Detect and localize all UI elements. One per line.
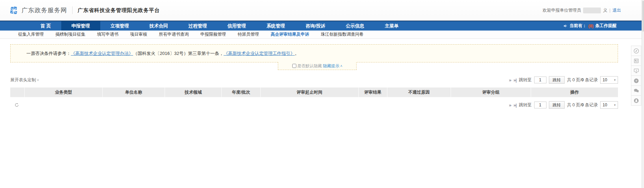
page-size-select[interactable]: 10 ▾ <box>600 76 618 84</box>
veto-notice-box: 一票否决条件请参考：《高新技术企业认定管理办法》（国科发火〔2016〕32号）第… <box>10 44 618 62</box>
chevron-down-icon: ▾ <box>614 103 616 107</box>
nav-item[interactable]: 系统管理 <box>256 21 295 31</box>
nav-item-label: 信用管理 <box>228 23 246 29</box>
subnav-item-label: 高企评审结果及申诉 <box>271 32 309 37</box>
column-label: 业务类型 <box>55 90 72 95</box>
subnav-item[interactable]: 揭榜制项目征集 <box>50 32 91 37</box>
table-column-header: 操作 <box>531 87 618 97</box>
jump-button[interactable]: 跳转 <box>549 76 565 84</box>
column-label: 单位名称 <box>125 90 142 95</box>
site-name: 广东政务服务网 <box>22 6 67 14</box>
pagination-bottom: » »| 跳转至 跳转 共 0 页/0 条记录 10 ▾ <box>509 101 618 109</box>
hide-notice-link[interactable]: 隐藏提示 <box>323 63 339 69</box>
notice-link-guidelines[interactable]: 《高新技术企业认定管理工作指引》 <box>223 50 295 57</box>
last-page-icon[interactable]: »| <box>514 103 517 108</box>
nav-item[interactable]: 技术合同 <box>139 21 178 31</box>
work-reminder[interactable]: 当前有：(8)条工作提醒 <box>563 21 644 31</box>
logout-link[interactable]: 退出 <box>613 8 621 13</box>
reminder-prefix: 当前有： <box>569 23 587 29</box>
nav-item-label: 立项管理 <box>111 23 129 29</box>
jump-button[interactable]: 跳转 <box>549 101 565 109</box>
help-icon[interactable]: ? <box>631 75 641 86</box>
nav-item[interactable]: 咨询/投诉 <box>295 21 336 31</box>
nav-item-label: 技术合同 <box>150 23 168 29</box>
vertical-scrollbar[interactable] <box>642 0 644 188</box>
nav-item[interactable]: 首 页 <box>30 21 61 31</box>
column-label: 评审起止时间 <box>297 90 322 95</box>
notice-link-measures[interactable]: 《高新技术企业认定管理办法》 <box>71 50 133 57</box>
default-hide-label: 是否默认隐藏 <box>297 63 322 69</box>
jump-to-label: 跳转至 <box>519 77 532 83</box>
redacted-user-name <box>583 8 601 13</box>
main-nav: 首 页 申报管理 立项管理 技术合同 过程管理 信用管理 系统管理 <box>0 21 644 31</box>
total-pages-text: 共 0 页/0 条记录 <box>567 102 598 108</box>
remote-desktop-icon[interactable] <box>631 66 641 76</box>
expand-header-toggle[interactable]: 展开表头定制 ˅ <box>10 77 39 83</box>
subnav-item-label: 所有申请书查询 <box>159 32 189 37</box>
nav-item[interactable]: 申报管理 <box>61 21 100 31</box>
compass-icon[interactable] <box>631 46 641 56</box>
column-label: 评审结果 <box>364 90 382 95</box>
record-count: 0 <box>581 103 584 107</box>
subnav-item-label: 特派员管理 <box>238 32 259 37</box>
table-toolbar-row: 展开表头定制 ˅ » »| 跳转至 跳转 共 0 页/0 条记录 10 ▾ <box>10 76 618 84</box>
subnav-item[interactable]: 珠江创新指数调查问卷 <box>315 32 370 37</box>
refresh-icon[interactable] <box>14 103 19 107</box>
scrollbar-thumb[interactable] <box>642 1 644 32</box>
speaker-icon <box>563 24 568 28</box>
nav-item[interactable]: 信用管理 <box>217 21 256 31</box>
next-pages-icon[interactable]: » <box>509 78 511 83</box>
record-count: 0 <box>581 78 584 82</box>
nav-item-label: 过程管理 <box>189 23 207 29</box>
sub-nav-list: 征集入库管理 揭榜制项目征集 填写申请书 项目审核 所有申请书查询 申报限额管理 <box>12 32 370 37</box>
subnav-item[interactable]: 高企评审结果及申诉 <box>265 32 315 37</box>
subnav-item-label: 申报限额管理 <box>201 32 226 37</box>
chat-icon[interactable] <box>631 85 641 96</box>
next-pages-icon[interactable]: » <box>509 103 511 108</box>
nav-item[interactable]: 主菜单 <box>375 21 409 31</box>
subnav-item[interactable]: 申报限额管理 <box>195 32 232 37</box>
subnav-item[interactable]: 填写申请书 <box>91 32 125 37</box>
page-size-value: 10 <box>603 78 607 82</box>
user-name-suffix: 义 <box>603 8 607 13</box>
page-header: 广东政务服务网 广东省科技业务管理阳光政务平台 欢迎申报单位管理员 义 | 退出 <box>0 0 644 21</box>
main-nav-list: 首 页 申报管理 立项管理 技术合同 过程管理 信用管理 系统管理 <box>30 21 409 31</box>
page-number-input[interactable] <box>534 77 546 83</box>
nav-item[interactable]: 公示信息 <box>336 21 375 31</box>
reminder-suffix: 条工作提醒 <box>595 23 617 29</box>
page-size-select[interactable]: 10 ▾ <box>600 101 618 109</box>
notice-text-before: 一票否决条件请参考： <box>26 50 71 57</box>
nav-item-label: 系统管理 <box>267 23 285 29</box>
contact-icon[interactable] <box>631 95 641 106</box>
subnav-item[interactable]: 特派员管理 <box>232 32 265 37</box>
news-icon[interactable] <box>631 56 641 66</box>
header-divider <box>72 7 73 14</box>
gdzwfw-logo-icon <box>9 6 18 15</box>
subnav-item[interactable]: 征集入库管理 <box>12 32 50 37</box>
subnav-item[interactable]: 所有申请书查询 <box>153 32 195 37</box>
default-hide-checkbox[interactable] <box>292 64 296 68</box>
nav-item-label: 公示信息 <box>346 23 364 29</box>
subnav-item-label: 项目审核 <box>130 32 147 37</box>
nav-item-label: 申报管理 <box>72 23 90 29</box>
nav-item-label: 主菜单 <box>385 23 399 29</box>
nav-item[interactable]: 过程管理 <box>178 21 217 31</box>
notice-text-middle: （国科发火〔2016〕32号）第三章第十一条， <box>133 50 223 57</box>
page-number-input[interactable] <box>534 102 546 108</box>
table-column-header: 技术领域 <box>165 87 222 97</box>
table-column-header: 年度/批次 <box>222 87 261 97</box>
results-table-header: 业务类型 单位名称 技术领域 年度/批次 评审起止时间 评审结果 不通过原因 <box>10 87 618 97</box>
table-column-header <box>10 87 25 97</box>
nav-item-label: 首 页 <box>40 23 51 29</box>
last-page-icon[interactable]: »| <box>514 78 517 83</box>
subnav-item[interactable]: 项目审核 <box>124 32 153 37</box>
column-label: 评审分组 <box>482 90 500 95</box>
subnav-item-label: 揭榜制项目征集 <box>55 32 86 37</box>
chevron-down-icon: ▾ <box>614 78 616 82</box>
table-column-header: 评审结果 <box>359 87 387 97</box>
nav-item[interactable]: 立项管理 <box>100 21 139 31</box>
pagination-top: » »| 跳转至 跳转 共 0 页/0 条记录 10 ▾ <box>509 76 618 84</box>
page-size-value: 10 <box>603 103 607 107</box>
column-label: 技术领域 <box>185 90 202 95</box>
sub-nav: 征集入库管理 揭榜制项目征集 填写申请书 项目审核 所有申请书查询 申报限额管理 <box>0 31 644 39</box>
